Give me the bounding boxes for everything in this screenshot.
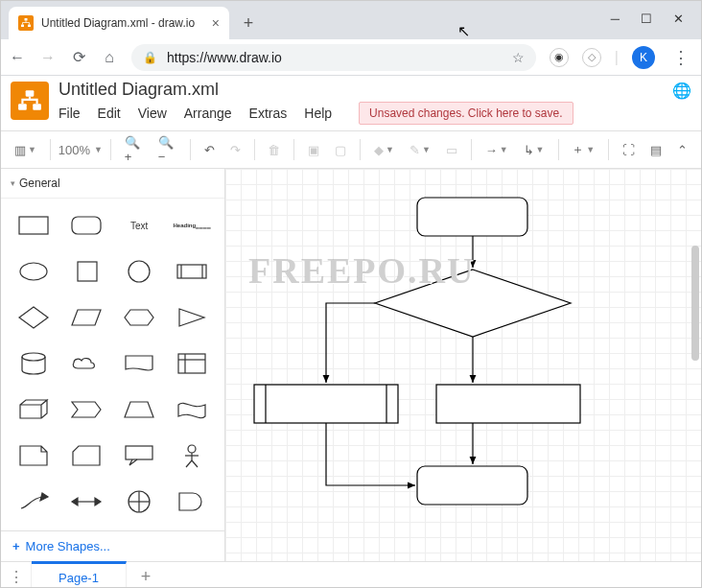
format-panel-icon[interactable]: ▤ [644, 139, 667, 161]
sidebar-toggle-button[interactable]: ▥ ▼ [9, 139, 42, 161]
svg-rect-7 [72, 217, 101, 234]
shape-process[interactable] [170, 254, 215, 289]
node-process-right [436, 385, 580, 423]
shape-heading[interactable]: Heading━━━━ [170, 208, 215, 243]
shape-triangle[interactable] [170, 300, 215, 335]
to-back-icon[interactable]: ▢ [329, 139, 352, 161]
shape-step[interactable] [63, 392, 108, 427]
more-shapes-button[interactable]: More Shapes... [1, 530, 224, 561]
document-title[interactable]: Untitled Diagram.xml [58, 80, 663, 100]
canvas[interactable]: FREEPO.RU [225, 169, 701, 561]
user-avatar[interactable]: K [632, 46, 655, 69]
page-tabs: ⋮ Page-1 + [1, 561, 701, 588]
svg-point-8 [20, 263, 47, 280]
home-icon[interactable]: ⌂ [101, 49, 118, 66]
connection-icon[interactable]: → ▼ [480, 139, 514, 161]
fill-color-icon[interactable]: ◆▼ [368, 139, 400, 161]
svg-point-18 [22, 353, 45, 361]
shape-parallelogram[interactable] [63, 300, 108, 335]
app-header: Untitled Diagram.xml File Edit View Arra… [1, 76, 701, 125]
shape-cloud[interactable] [63, 346, 108, 381]
line-color-icon[interactable]: ✎▼ [404, 139, 436, 161]
zoom-in-icon[interactable]: 🔍+ [119, 131, 149, 168]
shape-and[interactable] [170, 484, 215, 519]
shape-cylinder[interactable] [11, 346, 56, 381]
zoom-control[interactable]: 100% ▼ [58, 143, 103, 157]
language-icon[interactable]: 🌐 [672, 82, 691, 100]
collapse-icon[interactable]: ⌃ [671, 139, 693, 161]
shape-trapezoid[interactable] [117, 392, 162, 427]
svg-point-25 [188, 445, 196, 453]
shape-square[interactable] [63, 254, 108, 289]
new-tab-button[interactable]: + [235, 10, 262, 36]
shape-document[interactable] [117, 346, 162, 381]
shape-actor[interactable] [170, 438, 215, 473]
extension-icon-1[interactable]: ◉ [550, 48, 569, 67]
shape-bidirectional[interactable] [63, 484, 108, 519]
shadow-icon[interactable]: ▭ [440, 139, 463, 161]
menu-arrange[interactable]: Arrange [184, 106, 232, 121]
browser-menu-icon[interactable]: ⋮ [668, 47, 693, 68]
watermark: FREEPO.RU [248, 249, 476, 292]
shape-card[interactable] [63, 438, 108, 473]
node-process-left [254, 385, 398, 423]
shape-rectangle[interactable] [11, 208, 56, 243]
node-start [417, 198, 527, 236]
page-menu-icon[interactable]: ⋮ [1, 562, 32, 588]
tab-close-icon[interactable]: × [212, 15, 220, 31]
redo-icon[interactable]: ↷ [224, 139, 246, 161]
browser-tab[interactable]: Untitled Diagram.xml - draw.io × [9, 7, 229, 39]
shape-note[interactable] [11, 438, 56, 473]
menu-help[interactable]: Help [304, 106, 332, 121]
waypoint-icon[interactable]: ↳ ▼ [518, 139, 550, 161]
back-icon[interactable]: ← [9, 49, 26, 66]
menu-view[interactable]: View [138, 106, 167, 121]
shapes-grid: Text Heading━━━━ [1, 199, 224, 530]
url-field[interactable]: 🔒 https://www.draw.io ☆ [131, 44, 536, 71]
undo-icon[interactable]: ↶ [199, 139, 221, 161]
maximize-icon[interactable]: ☐ [641, 12, 652, 26]
shape-or[interactable] [117, 484, 162, 519]
minimize-icon[interactable]: ─ [611, 12, 620, 26]
shape-cube[interactable] [11, 392, 56, 427]
shape-tape[interactable] [170, 392, 215, 427]
close-window-icon[interactable]: ✕ [673, 12, 684, 26]
vertical-scrollbar[interactable] [691, 246, 699, 361]
svg-marker-17 [179, 309, 204, 326]
svg-point-10 [129, 261, 150, 282]
shape-rounded-rect[interactable] [63, 208, 108, 243]
menu-file[interactable]: File [58, 106, 81, 121]
to-front-icon[interactable]: ▣ [302, 139, 325, 161]
shape-hexagon[interactable] [117, 300, 162, 335]
menu-edit[interactable]: Edit [98, 106, 121, 121]
shape-ellipse[interactable] [11, 254, 56, 289]
fullscreen-icon[interactable]: ⛶ [617, 139, 641, 161]
node-end [417, 466, 527, 505]
lock-icon: 🔒 [143, 51, 157, 64]
zoom-out-icon[interactable]: 🔍− [152, 131, 182, 168]
palette-header-general[interactable]: General [1, 169, 224, 199]
bookmark-star-icon[interactable]: ☆ [512, 50, 525, 65]
app-logo[interactable] [11, 82, 49, 120]
svg-rect-4 [18, 104, 27, 110]
delete-icon[interactable]: 🗑 [262, 139, 286, 161]
shape-circle[interactable] [117, 254, 162, 289]
shape-diamond[interactable] [11, 300, 56, 335]
extension-icon-2[interactable]: ◇ [582, 48, 601, 67]
page-tab-1[interactable]: Page-1 [32, 561, 127, 588]
shape-internal-storage[interactable] [170, 346, 215, 381]
reload-icon[interactable]: ⟳ [70, 48, 87, 66]
svg-rect-5 [33, 104, 41, 110]
svg-rect-19 [178, 354, 205, 373]
drawio-favicon [18, 15, 34, 31]
svg-marker-30 [40, 493, 48, 501]
unsaved-warning[interactable]: Unsaved changes. Click here to save. [359, 102, 573, 125]
menu-extras[interactable]: Extras [249, 106, 288, 121]
add-page-button[interactable]: + [127, 562, 165, 588]
shape-callout[interactable] [117, 438, 162, 473]
shape-text[interactable]: Text [117, 208, 162, 243]
shape-curve-arrow[interactable] [11, 484, 56, 519]
browser-address-bar: ← → ⟳ ⌂ 🔒 https://www.draw.io ☆ ◉ ◇ | K … [1, 39, 701, 76]
forward-icon[interactable]: → [39, 49, 57, 66]
insert-icon[interactable]: ＋ ▼ [566, 137, 600, 162]
